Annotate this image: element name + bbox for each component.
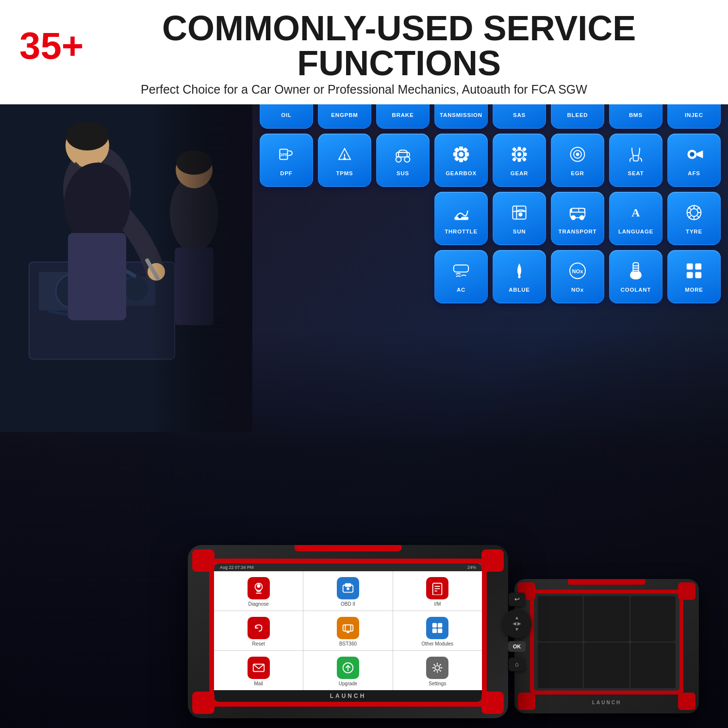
service-tile-label-tyre: TYRE — [686, 229, 702, 234]
svg-rect-117 — [687, 263, 693, 269]
app-cell-bst360[interactable]: BST360 — [303, 611, 392, 650]
service-row-2: DPFDPFTPMSSUSGEARBOXGEAREGRSEATAFS — [240, 133, 721, 187]
service-tile-label-bleed: BLEED — [567, 112, 588, 118]
svg-text:DPF: DPF — [280, 152, 288, 157]
app-icon-diagnose — [248, 577, 270, 599]
app-icon-reset — [248, 617, 270, 639]
service-tile-nox[interactable]: NOxNOx — [551, 250, 604, 303]
nav-controls: ↩ ▲◀ ▶▼ OK ⌂ — [502, 593, 531, 671]
service-tile-sun[interactable]: SUN — [493, 192, 546, 245]
service-tile-more[interactable]: MORE — [667, 250, 721, 303]
seat-icon — [626, 145, 645, 167]
afs-icon — [684, 145, 704, 167]
svg-rect-67 — [455, 148, 459, 152]
service-tile-label-engpbm: ENGPBM — [331, 112, 358, 118]
app-cell-settings[interactable]: Settings — [393, 651, 482, 690]
svg-rect-70 — [463, 156, 467, 161]
svg-rect-87 — [454, 216, 468, 219]
service-tile-label-egr: EGR — [571, 170, 584, 176]
app-cell-diagnose[interactable]: Diagnose — [214, 571, 303, 611]
app-icon-mail — [248, 657, 270, 679]
status-bar: Aug 22 07:34 PM 24% — [214, 563, 482, 571]
app-label-upgrade: Upgrade — [339, 681, 357, 686]
svg-marker-86 — [697, 150, 703, 158]
service-tile-seat[interactable]: SEAT — [609, 133, 662, 187]
app-label-settings: Settings — [429, 681, 446, 686]
gearbox-icon — [451, 145, 471, 167]
service-tile-transport[interactable]: TRANSPORT — [551, 192, 604, 245]
ac-icon — [451, 261, 471, 284]
service-tile-label-nox: NOx — [571, 287, 584, 293]
app-cell-reset[interactable]: Reset — [214, 611, 303, 650]
service-tile-tpms[interactable]: TPMS — [318, 133, 371, 187]
service-tile-label-ablue: ABLUE — [509, 287, 530, 293]
back-button[interactable]: ↩ — [509, 593, 525, 606]
home-button[interactable]: ⌂ — [509, 658, 525, 671]
svg-point-94 — [571, 215, 575, 219]
sun-icon — [510, 203, 529, 226]
dpad[interactable]: ▲◀ ▶▼ — [502, 609, 531, 638]
svg-point-142 — [435, 665, 440, 670]
service-tile-gear[interactable]: GEAR — [493, 133, 546, 187]
service-tile-label-transport: TRANSPORT — [559, 229, 597, 234]
service-tile-label-injec: INJEC — [685, 112, 703, 118]
app-cell-obd-ii[interactable]: OBD II — [303, 571, 392, 611]
service-tile-label-brake: BRAKE — [392, 112, 414, 118]
device-brand-label: LAUNCH — [214, 690, 482, 702]
service-tile-gearbox[interactable]: GEARBOX — [434, 133, 488, 187]
device-screen: Aug 22 07:34 PM 24% DiagnoseOBD III/MRes… — [214, 563, 482, 702]
svg-rect-137 — [432, 629, 437, 633]
page-container: 35+ COMMONLY-USED SERVICE FUNCTIONS Perf… — [0, 0, 728, 728]
throttle-icon — [451, 203, 471, 226]
service-tile-sus[interactable]: SUS — [376, 133, 430, 187]
svg-point-126 — [347, 587, 349, 590]
service-tile-language[interactable]: ALANGUAGE — [609, 192, 662, 245]
service-tile-ac[interactable]: AC — [434, 250, 488, 303]
app-label-diagnose: Diagnose — [248, 601, 269, 607]
app-icon-obd-ii — [337, 577, 359, 599]
service-tile-label-more: MORE — [685, 287, 703, 293]
service-tile-label-gear: GEAR — [511, 170, 528, 176]
app-icon-i/m — [426, 577, 448, 599]
ok-button[interactable]: OK — [508, 641, 526, 652]
device-corner-tl — [192, 549, 215, 572]
app-icon-settings — [426, 657, 448, 679]
service-tile-label-seat: SEAT — [628, 170, 644, 176]
service-tile-dpf[interactable]: DPFDPF — [260, 133, 313, 187]
svg-rect-89 — [513, 206, 526, 219]
svg-rect-66 — [465, 152, 468, 155]
device-top-vent — [295, 545, 401, 551]
app-icon-upgrade — [337, 657, 359, 679]
service-tile-label-gearbox: GEARBOX — [446, 170, 477, 176]
svg-rect-74 — [518, 158, 521, 161]
coolant-icon — [626, 261, 645, 284]
service-tile-ablue[interactable]: ABLUE — [493, 250, 546, 303]
header: 35+ COMMONLY-USED SERVICE FUNCTIONS Perf… — [0, 0, 728, 104]
service-tile-egr[interactable]: EGR — [551, 133, 604, 187]
app-grid: DiagnoseOBD III/MResetBST360Other Module… — [214, 571, 482, 690]
svg-rect-135 — [432, 623, 437, 628]
more-icon — [684, 261, 704, 284]
service-tile-tyre[interactable]: TYRE — [667, 192, 721, 245]
svg-rect-127 — [433, 583, 442, 595]
app-cell-i/m[interactable]: I/M — [393, 571, 482, 611]
svg-rect-110 — [518, 275, 521, 278]
service-tile-throttle[interactable]: THROTTLE — [434, 192, 488, 245]
service-tile-coolant[interactable]: COOLANT — [609, 250, 662, 303]
header-subtitle: Perfect Choice for a Car Owner or Profes… — [19, 83, 709, 97]
app-cell-other-modules[interactable]: Other Modules — [393, 611, 482, 650]
dpf-icon: DPF — [277, 145, 296, 167]
sus-icon — [393, 145, 413, 167]
service-tile-label-sas: SAS — [513, 112, 526, 118]
svg-rect-125 — [345, 583, 351, 587]
service-tile-afs[interactable]: AFS — [667, 133, 721, 187]
app-cell-upgrade[interactable]: Upgrade — [303, 651, 392, 690]
app-cell-mail[interactable]: Mail — [214, 651, 303, 690]
gear-icon — [510, 145, 529, 167]
svg-rect-77 — [513, 148, 516, 151]
app-icon-other-modules — [426, 617, 448, 639]
service-tile-label-sus: SUS — [397, 170, 409, 176]
language-icon: A — [626, 203, 645, 226]
svg-rect-131 — [343, 625, 353, 631]
svg-rect-119 — [687, 272, 693, 278]
